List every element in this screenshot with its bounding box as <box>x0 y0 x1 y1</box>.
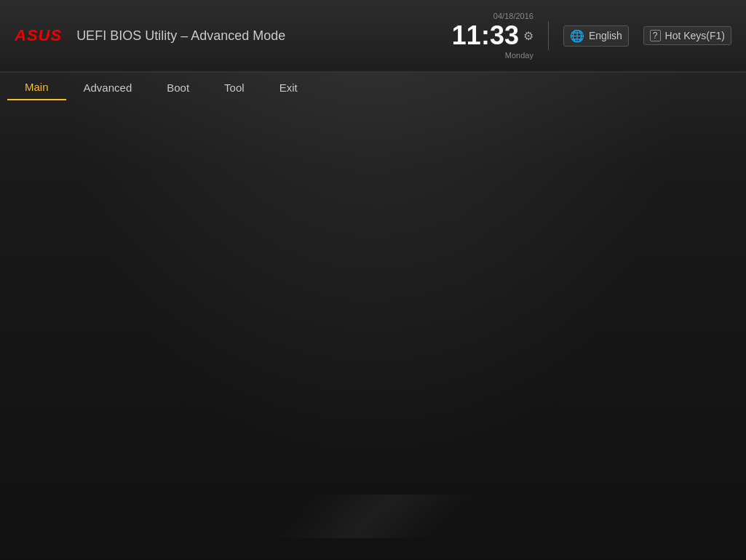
nav-item-tool[interactable]: Tool <box>207 76 262 100</box>
nav-item-boot[interactable]: Boot <box>149 76 207 100</box>
hotkeys-button[interactable]: ? Hot Keys(F1) <box>643 26 731 45</box>
gear-icon[interactable]: ⚙ <box>523 29 533 43</box>
top-right-controls: 04/18/2016 11:33 ⚙ Monday 🌐 English ? Ho… <box>452 12 731 60</box>
hotkey-icon: ? <box>650 30 661 41</box>
datetime-display: 04/18/2016 11:33 ⚙ Monday <box>452 12 533 60</box>
time-display: 11:33 ⚙ <box>452 20 533 51</box>
nav-item-exit[interactable]: Exit <box>262 76 315 100</box>
top-bar: ASUS UEFI BIOS Utility – Advanced Mode 0… <box>0 0 746 73</box>
nav-item-main[interactable]: Main <box>7 75 66 100</box>
asus-logo: ASUS <box>15 26 62 45</box>
nav-item-advanced[interactable]: Advanced <box>66 76 150 100</box>
time-text: 11:33 <box>452 20 519 51</box>
day-label: Monday <box>505 51 533 60</box>
hotkeys-label: Hot Keys(F1) <box>665 30 725 41</box>
bios-title: UEFI BIOS Utility – Advanced Mode <box>76 28 452 44</box>
language-label: English <box>589 30 622 41</box>
divider <box>548 21 549 50</box>
date-label: 04/18/2016 <box>493 12 533 20</box>
language-button[interactable]: 🌐 English <box>563 25 629 47</box>
globe-icon: 🌐 <box>570 29 584 43</box>
